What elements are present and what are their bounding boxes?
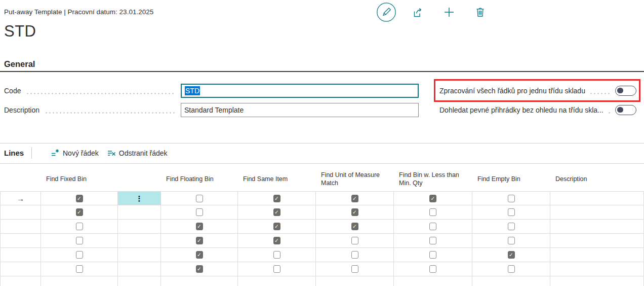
description-cell[interactable] [550, 248, 644, 262]
checkbox-cell[interactable]: ✓ [316, 220, 394, 233]
checkbox-unchecked-icon[interactable] [351, 237, 358, 244]
checkbox-cell[interactable]: ✓ [41, 192, 118, 205]
checkbox-cell[interactable] [41, 262, 118, 276]
checkbox-cell[interactable] [316, 262, 394, 276]
checkbox-unchecked-icon[interactable] [273, 251, 280, 259]
checkbox-cell[interactable] [394, 262, 472, 276]
empty-cell[interactable] [118, 276, 161, 286]
checkbox-unchecked-icon[interactable] [429, 208, 436, 216]
checkbox-unchecked-icon[interactable] [351, 251, 358, 259]
checkbox-cell[interactable] [472, 220, 550, 233]
checkbox-unchecked-icon[interactable] [76, 251, 83, 259]
description-cell[interactable] [550, 234, 644, 247]
checkbox-unchecked-icon[interactable] [508, 208, 515, 216]
share-button[interactable] [412, 7, 424, 18]
checkbox-cell[interactable]: ✓ [238, 220, 316, 233]
empty-cell[interactable] [394, 276, 472, 286]
delete-line-button[interactable]: Odstranit řádek [107, 149, 168, 158]
checkbox-unchecked-icon[interactable] [429, 223, 436, 230]
cell-context-menu-icon[interactable]: ⋮ [136, 195, 143, 202]
gap-cell[interactable] [118, 248, 161, 262]
general-section-heading[interactable]: General [4, 59, 35, 69]
checkbox-unchecked-icon[interactable] [429, 251, 436, 259]
checkbox-cell[interactable] [394, 234, 472, 247]
checkbox-cell[interactable] [161, 205, 238, 219]
gap-cell[interactable] [118, 220, 161, 233]
checkbox-cell[interactable] [472, 205, 550, 219]
checkbox-checked-icon[interactable]: ✓ [508, 251, 515, 259]
column-header[interactable]: Find Bin w. Less than Min. Qty [394, 167, 472, 191]
checkbox-unchecked-icon[interactable] [76, 265, 83, 273]
lines-section-heading[interactable]: Lines [4, 149, 24, 157]
empty-cell[interactable] [41, 276, 118, 286]
checkbox-unchecked-icon[interactable] [196, 208, 203, 216]
checkbox-cell[interactable] [394, 220, 472, 233]
gap-cell[interactable] [118, 262, 161, 276]
checkbox-cell[interactable] [41, 248, 118, 262]
checkbox-cell[interactable] [41, 234, 118, 247]
checkbox-unchecked-icon[interactable] [76, 237, 83, 244]
empty-cell[interactable] [472, 276, 550, 286]
code-input[interactable]: STD [181, 84, 419, 98]
checkbox-cell[interactable] [472, 192, 550, 205]
column-header[interactable]: Find Unit of Measure Match [316, 167, 394, 191]
checkbox-checked-icon[interactable]: ✓ [273, 195, 280, 202]
checkbox-cell[interactable] [161, 192, 238, 205]
checkbox-checked-icon[interactable]: ✓ [196, 223, 203, 230]
description-cell[interactable] [550, 205, 644, 219]
checkbox-unchecked-icon[interactable] [76, 223, 83, 230]
checkbox-cell[interactable] [394, 205, 472, 219]
checkbox-cell[interactable]: ✓ [161, 248, 238, 262]
gap-cell[interactable] [118, 234, 161, 247]
checkbox-cell[interactable] [472, 234, 550, 247]
checkbox-cell[interactable] [472, 262, 550, 276]
checkbox-cell[interactable]: ✓ [472, 248, 550, 262]
checkbox-checked-icon[interactable]: ✓ [351, 195, 358, 202]
checkbox-unchecked-icon[interactable] [273, 265, 280, 273]
empty-cell[interactable] [238, 276, 316, 286]
description-cell[interactable] [550, 220, 644, 233]
checkbox-checked-icon[interactable]: ✓ [273, 237, 280, 244]
empty-cell[interactable] [161, 276, 238, 286]
empty-cell[interactable] [316, 276, 394, 286]
checkbox-cell[interactable] [316, 248, 394, 262]
checkbox-checked-icon[interactable]: ✓ [196, 237, 203, 244]
checkbox-checked-icon[interactable]: ✓ [196, 251, 203, 259]
checkbox-cell[interactable] [238, 248, 316, 262]
checkbox-unchecked-icon[interactable] [351, 265, 358, 273]
checkbox-checked-icon[interactable]: ✓ [351, 208, 358, 216]
delete-button[interactable] [475, 7, 486, 17]
checkbox-unchecked-icon[interactable] [508, 237, 515, 244]
checkbox-cell[interactable]: ✓ [161, 262, 238, 276]
new-button[interactable] [444, 7, 455, 18]
checkbox-cell[interactable] [316, 234, 394, 247]
checkbox-cell[interactable]: ✓ [161, 220, 238, 233]
checkbox-cell[interactable]: ✓ [316, 205, 394, 219]
description-cell[interactable] [550, 192, 644, 205]
checkbox-checked-icon[interactable]: ✓ [76, 195, 83, 202]
toggle-all-lines-one-class[interactable] [615, 86, 636, 96]
checkbox-unchecked-icon[interactable] [508, 223, 515, 230]
breadcrumb[interactable]: Put-away Template | Pracovní datum: 23.0… [4, 8, 153, 16]
description-cell[interactable] [550, 262, 644, 276]
column-header[interactable]: Find Same Item [238, 167, 316, 191]
column-header[interactable]: Find Empty Bin [472, 167, 550, 191]
checkbox-unchecked-icon[interactable] [508, 195, 515, 202]
checkbox-unchecked-icon[interactable] [429, 237, 436, 244]
checkbox-checked-icon[interactable]: ✓ [351, 223, 358, 230]
new-line-button[interactable]: Nový řádek [51, 149, 99, 158]
row-selector-cell[interactable] [0, 220, 41, 233]
gap-cell[interactable] [118, 205, 161, 219]
empty-cell[interactable] [0, 276, 41, 286]
checkbox-cell[interactable]: ✓ [316, 192, 394, 205]
row-selector-cell[interactable] [0, 234, 41, 247]
checkbox-cell[interactable] [394, 248, 472, 262]
row-selector-cell[interactable] [0, 248, 41, 262]
checkbox-unchecked-icon[interactable] [429, 265, 436, 273]
checkbox-checked-icon[interactable]: ✓ [273, 208, 280, 216]
checkbox-checked-icon[interactable]: ✓ [76, 208, 83, 216]
description-input[interactable]: Standard Template [181, 103, 419, 117]
checkbox-cell[interactable]: ✓ [238, 192, 316, 205]
checkbox-checked-icon[interactable]: ✓ [429, 195, 436, 202]
column-header[interactable]: Find Fixed Bin [41, 167, 118, 191]
